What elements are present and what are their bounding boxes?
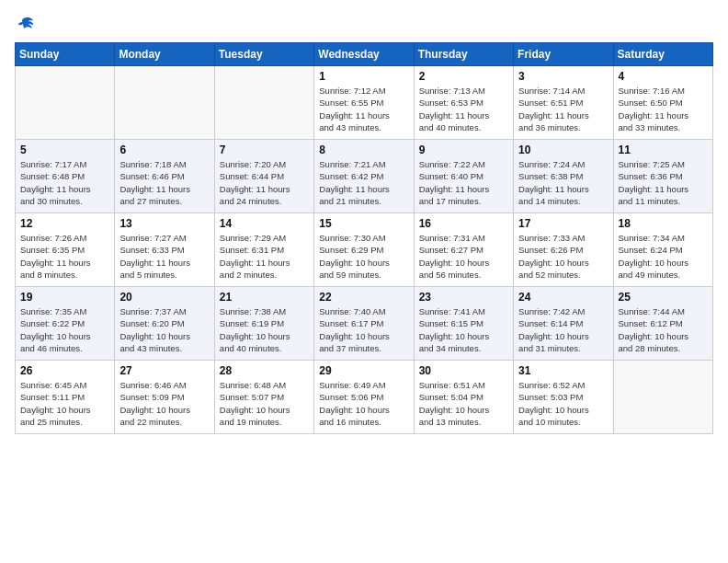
calendar-cell: 14Sunrise: 7:29 AM Sunset: 6:31 PM Dayli…	[214, 213, 313, 287]
calendar-cell	[613, 361, 712, 434]
day-number: 9	[419, 144, 508, 156]
day-detail: Sunrise: 7:31 AM Sunset: 6:27 PM Dayligh…	[419, 232, 508, 281]
day-detail: Sunrise: 7:25 AM Sunset: 6:36 PM Dayligh…	[619, 158, 708, 207]
day-detail: Sunrise: 7:35 AM Sunset: 6:22 PM Dayligh…	[20, 305, 109, 354]
day-number: 12	[20, 217, 109, 230]
day-number: 29	[319, 364, 408, 377]
day-detail: Sunrise: 7:16 AM Sunset: 6:50 PM Dayligh…	[619, 85, 708, 133]
day-detail: Sunrise: 7:27 AM Sunset: 6:33 PM Dayligh…	[119, 232, 209, 281]
calendar-cell: 31Sunrise: 6:52 AM Sunset: 5:03 PM Dayli…	[514, 361, 613, 434]
calendar-cell: 25Sunrise: 7:44 AM Sunset: 6:12 PM Dayli…	[613, 287, 712, 361]
day-detail: Sunrise: 7:44 AM Sunset: 6:12 PM Dayligh…	[619, 305, 708, 354]
day-number: 5	[20, 144, 109, 156]
day-number: 13	[119, 217, 209, 230]
calendar-cell: 19Sunrise: 7:35 AM Sunset: 6:22 PM Dayli…	[16, 287, 115, 361]
day-number: 10	[518, 144, 608, 156]
calendar-cell	[115, 66, 214, 140]
logo-text	[15, 15, 35, 33]
calendar-week-row: 26Sunrise: 6:45 AM Sunset: 5:11 PM Dayli…	[16, 361, 713, 434]
day-number: 20	[119, 291, 209, 304]
col-header-friday: Friday	[514, 43, 613, 66]
calendar-cell: 12Sunrise: 7:26 AM Sunset: 6:35 PM Dayli…	[16, 213, 115, 287]
calendar-table: SundayMondayTuesdayWednesdayThursdayFrid…	[15, 42, 713, 434]
day-detail: Sunrise: 7:14 AM Sunset: 6:51 PM Dayligh…	[518, 85, 608, 133]
day-number: 24	[518, 291, 608, 304]
calendar-cell: 27Sunrise: 6:46 AM Sunset: 5:09 PM Dayli…	[115, 361, 214, 434]
calendar-cell: 11Sunrise: 7:25 AM Sunset: 6:36 PM Dayli…	[613, 140, 712, 213]
day-detail: Sunrise: 7:26 AM Sunset: 6:35 PM Dayligh…	[20, 232, 109, 281]
day-number: 18	[619, 217, 708, 230]
col-header-tuesday: Tuesday	[214, 43, 313, 66]
day-detail: Sunrise: 7:29 AM Sunset: 6:31 PM Dayligh…	[220, 232, 309, 281]
calendar-cell: 15Sunrise: 7:30 AM Sunset: 6:29 PM Dayli…	[314, 213, 414, 287]
calendar-header-row: SundayMondayTuesdayWednesdayThursdayFrid…	[16, 43, 713, 66]
calendar-week-row: 1Sunrise: 7:12 AM Sunset: 6:55 PM Daylig…	[16, 66, 713, 140]
logo	[15, 15, 35, 33]
day-detail: Sunrise: 7:33 AM Sunset: 6:26 PM Dayligh…	[518, 232, 608, 281]
day-number: 6	[119, 144, 209, 156]
calendar-cell: 22Sunrise: 7:40 AM Sunset: 6:17 PM Dayli…	[314, 287, 414, 361]
calendar-cell: 29Sunrise: 6:49 AM Sunset: 5:06 PM Dayli…	[314, 361, 414, 434]
logo-bird-icon	[17, 15, 35, 33]
day-detail: Sunrise: 7:30 AM Sunset: 6:29 PM Dayligh…	[319, 232, 408, 281]
day-number: 25	[619, 291, 708, 304]
col-header-wednesday: Wednesday	[314, 43, 414, 66]
calendar-cell: 20Sunrise: 7:37 AM Sunset: 6:20 PM Dayli…	[115, 287, 214, 361]
day-number: 3	[518, 70, 608, 83]
day-number: 30	[419, 364, 508, 377]
day-number: 28	[220, 364, 309, 377]
day-detail: Sunrise: 6:46 AM Sunset: 5:09 PM Dayligh…	[119, 379, 209, 428]
day-number: 2	[419, 70, 508, 83]
col-header-saturday: Saturday	[613, 43, 712, 66]
calendar-cell: 5Sunrise: 7:17 AM Sunset: 6:48 PM Daylig…	[16, 140, 115, 213]
calendar-cell: 21Sunrise: 7:38 AM Sunset: 6:19 PM Dayli…	[214, 287, 313, 361]
calendar-week-row: 19Sunrise: 7:35 AM Sunset: 6:22 PM Dayli…	[16, 287, 713, 361]
day-detail: Sunrise: 7:17 AM Sunset: 6:48 PM Dayligh…	[20, 158, 109, 207]
day-detail: Sunrise: 6:49 AM Sunset: 5:06 PM Dayligh…	[319, 379, 408, 428]
calendar-cell: 23Sunrise: 7:41 AM Sunset: 6:15 PM Dayli…	[414, 287, 513, 361]
day-detail: Sunrise: 7:38 AM Sunset: 6:19 PM Dayligh…	[220, 305, 309, 354]
day-detail: Sunrise: 7:24 AM Sunset: 6:38 PM Dayligh…	[518, 158, 608, 207]
calendar-cell: 18Sunrise: 7:34 AM Sunset: 6:24 PM Dayli…	[613, 213, 712, 287]
day-number: 27	[119, 364, 209, 377]
day-detail: Sunrise: 7:21 AM Sunset: 6:42 PM Dayligh…	[319, 158, 408, 207]
day-detail: Sunrise: 7:42 AM Sunset: 6:14 PM Dayligh…	[518, 305, 608, 354]
day-detail: Sunrise: 6:45 AM Sunset: 5:11 PM Dayligh…	[20, 379, 109, 428]
calendar-cell	[214, 66, 313, 140]
day-detail: Sunrise: 7:22 AM Sunset: 6:40 PM Dayligh…	[419, 158, 508, 207]
calendar-week-row: 5Sunrise: 7:17 AM Sunset: 6:48 PM Daylig…	[16, 140, 713, 213]
calendar-cell: 4Sunrise: 7:16 AM Sunset: 6:50 PM Daylig…	[613, 66, 712, 140]
calendar-cell: 30Sunrise: 6:51 AM Sunset: 5:04 PM Dayli…	[414, 361, 513, 434]
day-number: 26	[20, 364, 109, 377]
day-detail: Sunrise: 7:12 AM Sunset: 6:55 PM Dayligh…	[319, 85, 408, 133]
day-number: 7	[220, 144, 309, 156]
calendar-cell: 13Sunrise: 7:27 AM Sunset: 6:33 PM Dayli…	[115, 213, 214, 287]
day-detail: Sunrise: 6:48 AM Sunset: 5:07 PM Dayligh…	[220, 379, 309, 428]
calendar-cell: 10Sunrise: 7:24 AM Sunset: 6:38 PM Dayli…	[514, 140, 613, 213]
calendar-cell: 6Sunrise: 7:18 AM Sunset: 6:46 PM Daylig…	[115, 140, 214, 213]
calendar-cell: 8Sunrise: 7:21 AM Sunset: 6:42 PM Daylig…	[314, 140, 414, 213]
calendar-cell: 2Sunrise: 7:13 AM Sunset: 6:53 PM Daylig…	[414, 66, 513, 140]
day-detail: Sunrise: 6:52 AM Sunset: 5:03 PM Dayligh…	[518, 379, 608, 428]
calendar-cell: 26Sunrise: 6:45 AM Sunset: 5:11 PM Dayli…	[16, 361, 115, 434]
day-number: 1	[319, 70, 408, 83]
calendar-cell	[16, 66, 115, 140]
day-number: 15	[319, 217, 408, 230]
calendar-cell: 24Sunrise: 7:42 AM Sunset: 6:14 PM Dayli…	[514, 287, 613, 361]
calendar-cell: 1Sunrise: 7:12 AM Sunset: 6:55 PM Daylig…	[314, 66, 414, 140]
day-number: 31	[518, 364, 608, 377]
day-number: 17	[518, 217, 608, 230]
calendar-cell: 16Sunrise: 7:31 AM Sunset: 6:27 PM Dayli…	[414, 213, 513, 287]
header	[15, 15, 713, 33]
day-detail: Sunrise: 7:40 AM Sunset: 6:17 PM Dayligh…	[319, 305, 408, 354]
day-detail: Sunrise: 7:13 AM Sunset: 6:53 PM Dayligh…	[419, 85, 508, 133]
day-detail: Sunrise: 7:34 AM Sunset: 6:24 PM Dayligh…	[619, 232, 708, 281]
day-number: 19	[20, 291, 109, 304]
day-detail: Sunrise: 7:41 AM Sunset: 6:15 PM Dayligh…	[419, 305, 508, 354]
day-detail: Sunrise: 7:18 AM Sunset: 6:46 PM Dayligh…	[119, 158, 209, 207]
day-number: 22	[319, 291, 408, 304]
col-header-thursday: Thursday	[414, 43, 513, 66]
day-number: 14	[220, 217, 309, 230]
calendar-cell: 7Sunrise: 7:20 AM Sunset: 6:44 PM Daylig…	[214, 140, 313, 213]
page-container: SundayMondayTuesdayWednesdayThursdayFrid…	[0, 0, 728, 442]
